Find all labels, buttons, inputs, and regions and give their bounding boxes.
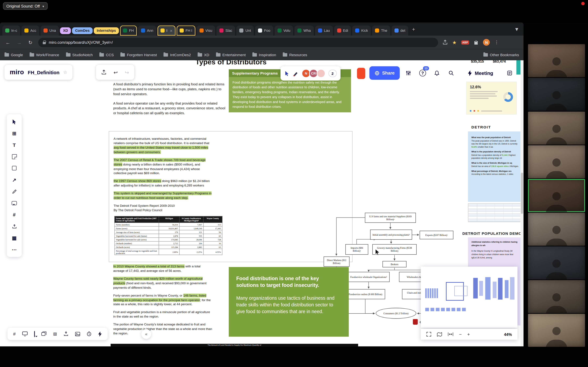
detroit-qa-card[interactable]: What was the peak population of Detroit …: [468, 131, 523, 202]
flow-node-imports[interactable]: Imports ($84 Billion)ᶜ: [345, 244, 368, 255]
bookmark-item[interactable]: Forgotten Harvest: [121, 53, 157, 57]
browser-tab[interactable]: The: [372, 25, 390, 35]
income-figures[interactable]: $35,315 $63,474: [471, 60, 506, 63]
participant-video[interactable]: [528, 246, 585, 279]
fit-width-icon[interactable]: [448, 332, 453, 336]
detroit-data-mini-table[interactable]: [468, 203, 523, 222]
favorite-star-icon[interactable]: [63, 70, 67, 75]
help-button[interactable]: ? 13: [416, 66, 429, 80]
bookmark-item[interactable]: XD: [198, 53, 209, 57]
templates-tool[interactable]: ⊞: [11, 130, 17, 137]
page-title[interactable]: Types of Distributors: [156, 60, 306, 66]
tab-search-chevron-icon[interactable]: [512, 25, 521, 33]
participant-video[interactable]: [528, 213, 585, 246]
participant-video[interactable]: [528, 145, 585, 178]
flow-node-exports[interactable]: Exports ($107 Billion)ᶜ: [420, 231, 453, 239]
browser-tab[interactable]: Ann: [138, 25, 156, 35]
search-button[interactable]: [445, 66, 458, 80]
browser-tab[interactable]: I: [157, 25, 175, 35]
browser-tab[interactable]: Unt: [236, 25, 254, 35]
flow-node-direct-markets[interactable]: Direct Markets ($12 Billion): [324, 257, 350, 267]
food-insecurity-green-box[interactable]: Food distribution is one of the key solu…: [229, 267, 349, 337]
next-section-strip[interactable]: The Amount of Land Needed to Supply the …: [111, 344, 358, 346]
browser-tab[interactable]: Kick: [352, 25, 371, 35]
browser-tab[interactable]: Lau: [315, 25, 333, 35]
browser-tab[interactable]: det: [391, 25, 408, 35]
bookmark-item[interactable]: Inspiration: [252, 53, 276, 57]
miro-logo[interactable]: miro: [10, 68, 24, 76]
tab-close-icon[interactable]: [170, 28, 173, 33]
back-button[interactable]: ←: [4, 40, 11, 45]
browser-tab[interactable]: Acc: [21, 25, 39, 35]
collaborator-count[interactable]: 2: [329, 70, 337, 77]
bookmark-item[interactable]: CCS: [99, 53, 114, 57]
canvas-scrollbar[interactable]: [520, 60, 524, 346]
board-title[interactable]: FH_Definition: [28, 69, 59, 75]
browser-tab[interactable]: Una: [40, 25, 59, 35]
browser-menu-icon[interactable]: [494, 40, 499, 45]
browser-tab[interactable]: Edi: [334, 25, 351, 35]
browser-tab[interactable]: In-c: [2, 25, 20, 35]
browser-tab[interactable]: Volu: [274, 25, 293, 35]
participant-video[interactable]: [528, 78, 585, 111]
forward-button[interactable]: →: [16, 40, 23, 45]
chevron-down-icon[interactable]: [43, 4, 44, 8]
lock-icon[interactable]: [43, 42, 46, 44]
wayne-county-text-block[interactable]: In 2010 Wayne County showed a total of 3…: [113, 264, 212, 339]
text-tool[interactable]: T: [11, 142, 17, 148]
reload-button[interactable]: ↻: [27, 40, 34, 45]
flow-node-consumers[interactable]: Consumers ($1.2 Trillion): [376, 308, 416, 319]
bookmark-item[interactable]: Work/Finance: [30, 53, 59, 57]
comment-tool[interactable]: [11, 200, 17, 206]
participant-video[interactable]: [528, 112, 585, 144]
layout-button[interactable]: ⊞: [53, 331, 57, 336]
bookmark-star-icon[interactable]: ★: [452, 40, 457, 45]
share-button[interactable]: Share: [369, 66, 400, 80]
participant-video[interactable]: [528, 314, 585, 347]
sticky-note-tool[interactable]: [11, 153, 17, 160]
address-bar[interactable]: miro.com/app/board/uXjVOW_3yel=/: [38, 38, 438, 47]
notifications-button[interactable]: [431, 66, 443, 80]
more-tools[interactable]: ⋯: [11, 246, 17, 253]
flow-node-assembly[interactable]: Initial assembly and processing plantsᵇ: [370, 230, 412, 240]
browser-tab[interactable]: FH: [120, 25, 137, 35]
browser-tab[interactable]: Foo: [255, 25, 273, 35]
connection-line-tool[interactable]: ↗: [11, 176, 17, 183]
quick-actions-button[interactable]: [98, 331, 102, 336]
pen-tool[interactable]: [11, 188, 17, 195]
flow-node-foodservice-wholesale[interactable]: Foodservice wholesale Organizationsᵈ: [348, 272, 390, 282]
laser-pointer-icon[interactable]: [284, 71, 290, 76]
extensions-puzzle-icon[interactable]: [474, 40, 479, 45]
zoom-percent[interactable]: 44%: [504, 332, 512, 336]
scrollbar-thumb[interactable]: [521, 173, 523, 214]
redo-icon[interactable]: ↪: [125, 69, 129, 75]
present-mode-button[interactable]: [22, 332, 27, 336]
new-tab-button[interactable]: [409, 25, 418, 33]
map-icon[interactable]: [437, 332, 442, 336]
table-tool[interactable]: ▦: [11, 234, 17, 241]
flow-node-brokers[interactable]: Brokers: [382, 261, 406, 267]
original-sound-toggle[interactable]: Original Sound: Off: [3, 2, 47, 10]
bookmark-item[interactable]: Resources: [283, 53, 307, 57]
miro-canvas[interactable]: miro FH_Definition ↩ ↪ N CR 2 Share: [0, 60, 524, 346]
bookmark-item[interactable]: StudioNotch: [66, 53, 93, 57]
tab-group-chip[interactable]: ComDes: [72, 27, 93, 34]
bookmark-item[interactable]: IntComDes2: [164, 53, 191, 57]
participant-video[interactable]: [528, 179, 585, 212]
participant-video[interactable]: [528, 44, 585, 77]
meeting-button[interactable]: Meeting: [467, 66, 493, 80]
detroit-heading[interactable]: DETROIT: [471, 125, 491, 129]
browser-profile-avatar[interactable]: N: [483, 39, 490, 46]
zoom-in-button[interactable]: +: [467, 332, 470, 337]
cards-button[interactable]: [41, 332, 47, 336]
present-button[interactable]: [357, 68, 365, 79]
frames-button[interactable]: #: [13, 331, 16, 336]
comments-button[interactable]: [34, 331, 35, 336]
statistic-card[interactable]: 12.6%: [466, 82, 517, 115]
notes-button[interactable]: [503, 66, 516, 80]
browser-tab[interactable]: Slac: [216, 25, 235, 35]
timer-button[interactable]: [86, 332, 91, 336]
browser-tab[interactable]: Wha: [294, 25, 314, 35]
flow-node-suppliers[interactable]: U.S farms and raw material Suppliers ($1…: [365, 213, 416, 223]
upload-tool[interactable]: [11, 223, 17, 230]
